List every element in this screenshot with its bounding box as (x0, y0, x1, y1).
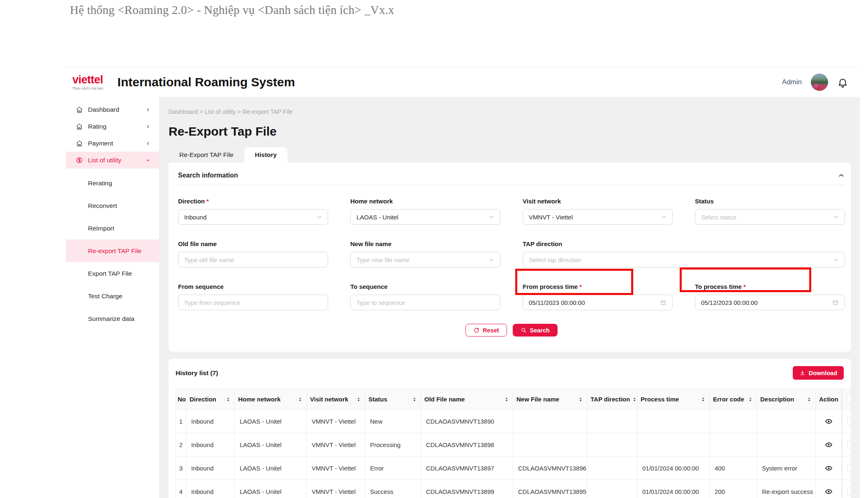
sidebar-item-rerating[interactable]: Rerating (66, 172, 159, 194)
table-row: 3InboundLAOAS - UnitelVMNVT - ViettelErr… (176, 456, 851, 480)
chevron-down-icon (317, 214, 322, 220)
sidebar-item-summarize-data[interactable]: Summarize data (66, 307, 159, 330)
sidebar-item-dashboard[interactable]: Dashboard (66, 101, 159, 118)
sidebar-item-test-charge[interactable]: Test Charge (66, 285, 159, 307)
tap-direction-select[interactable]: Select tap direction (523, 252, 845, 267)
column-header-status[interactable]: Status (365, 389, 421, 410)
from-process-time-input[interactable]: 05/11/2023 00:00:00 (523, 295, 673, 310)
history-panel: History list (7) Download NoDirectionHom… (169, 359, 851, 498)
column-header-description[interactable]: Description (757, 389, 816, 410)
viettel-logo[interactable]: viettel Theo cách của bạn (72, 74, 104, 90)
row-checkbox[interactable] (847, 417, 851, 425)
column-header-process-time[interactable]: Process time (637, 389, 710, 410)
column-label: Visit network (310, 396, 348, 403)
table-row: 2InboundLAOAS - UnitelVMNVT - ViettelPro… (176, 433, 851, 456)
search-heading: Search information (178, 172, 238, 179)
sort-icon[interactable] (412, 397, 417, 402)
old-file-name-input[interactable] (178, 252, 328, 267)
column-header-error-code[interactable]: Error code (710, 389, 757, 410)
column-header-new-file-name[interactable]: New File name (513, 389, 587, 410)
chevron-down-icon (145, 157, 151, 163)
header-checkbox[interactable] (847, 395, 851, 403)
sidebar-item-list-of-utility[interactable]: List of utility (66, 152, 159, 168)
column-header-old-file-name[interactable]: Old File name (421, 389, 513, 410)
cell-description (757, 410, 816, 433)
sidebar-item-re-export-tap-file[interactable]: Re-export TAP File (66, 240, 159, 262)
column-header-checkbox[interactable] (842, 389, 851, 410)
direction-select[interactable]: Inbound (178, 209, 328, 225)
field-tap-direction: TAP direction Select tap direction (523, 240, 845, 267)
calendar-icon[interactable] (660, 299, 667, 306)
sidebar-item-export-tap-file[interactable]: Export TAP File (66, 262, 159, 285)
reset-button[interactable]: Reset (465, 324, 507, 337)
cell-no: 1 (176, 410, 186, 433)
to-process-time-input[interactable]: 05/12/2023 00:00:00 (695, 295, 845, 310)
sidebar-item-reconvert[interactable]: Reconvert (66, 194, 159, 217)
column-label: Old File name (424, 396, 465, 403)
view-details-icon[interactable] (825, 464, 833, 472)
cell-new-file-name (513, 410, 587, 433)
sidebar-item-reimport[interactable]: ReImport (66, 217, 159, 240)
chevron-down-icon (489, 214, 494, 220)
view-details-icon[interactable] (825, 441, 833, 449)
cell-tap-direction (587, 480, 637, 498)
row-checkbox[interactable] (847, 440, 851, 449)
sidebar-item-payment[interactable]: Payment (66, 135, 159, 152)
visit-network-select[interactable]: VMNVT - Viettel (523, 209, 673, 225)
document-title: Hệ thống <Roaming 2.0> - Nghiệp vụ <Danh… (70, 3, 394, 17)
sort-icon[interactable] (225, 397, 231, 402)
cell-error-code: 400 (710, 456, 757, 480)
required-marker: * (579, 283, 582, 290)
history-list-title: History list (7) (176, 369, 218, 377)
field-label: To sequence (350, 283, 388, 290)
cell-action (816, 433, 842, 456)
cell-new-file-name: CDLAOASVMNVT13896 (513, 456, 587, 480)
date-value: 05/11/2023 00:00:00 (529, 299, 660, 306)
cell-visit-network: VMNVT - Viettel (307, 480, 365, 498)
status-select[interactable]: Select status (695, 209, 845, 225)
to-sequence-input[interactable] (350, 295, 500, 310)
column-header-visit-network[interactable]: Visit network (307, 389, 365, 410)
new-file-name-select[interactable]: Type new file name (350, 252, 500, 267)
sort-icon[interactable] (748, 397, 753, 402)
cell-visit-network: VMNVT - Viettel (307, 456, 365, 480)
collapse-panel-icon[interactable] (838, 172, 845, 179)
column-label: New File name (516, 396, 559, 403)
user-avatar[interactable] (811, 74, 828, 91)
field-new-file-name: New file name Type new file name (350, 240, 500, 267)
calendar-icon[interactable] (832, 299, 839, 306)
row-checkbox[interactable] (847, 487, 851, 496)
column-header-home-network[interactable]: Home network (235, 389, 307, 410)
cell-old-file-name: CDLAOASVMNVT13898 (421, 433, 513, 456)
sort-icon[interactable] (297, 397, 303, 402)
sort-icon[interactable] (632, 397, 637, 402)
field-label: Status (695, 198, 714, 205)
main-content: Dashboard > List of utility > Re-export … (159, 97, 860, 498)
sort-icon[interactable] (504, 397, 509, 402)
column-label: Description (760, 396, 794, 403)
cell-home-network: LAOAS - Unitel (235, 433, 307, 456)
sort-icon[interactable] (806, 397, 812, 402)
from-sequence-input[interactable] (178, 295, 328, 310)
search-label: Search (530, 327, 550, 334)
sort-icon[interactable] (356, 397, 361, 402)
column-header-tap-direction[interactable]: TAP direction (587, 389, 637, 410)
sidebar-item-rating[interactable]: Rating (66, 118, 159, 135)
field-from-sequence: From sequence (178, 283, 328, 310)
download-button[interactable]: Download (793, 366, 844, 380)
home-network-select[interactable]: LAOAS - Unitel (350, 209, 500, 225)
sort-icon[interactable] (700, 397, 706, 402)
cell-status: New (365, 410, 421, 433)
tab-history[interactable]: History (244, 147, 287, 163)
search-button[interactable]: Search (513, 324, 558, 337)
breadcrumb[interactable]: Dashboard > List of utility > Re-export … (169, 108, 851, 117)
tab-re-export-tap-file[interactable]: Re-Export TAP File (169, 147, 244, 163)
view-details-icon[interactable] (825, 417, 833, 425)
column-label: Process time (641, 396, 679, 403)
field-label: Visit network (523, 198, 561, 205)
sort-icon[interactable] (578, 397, 583, 402)
column-header-direction[interactable]: Direction (186, 389, 235, 410)
view-details-icon[interactable] (825, 488, 833, 496)
notifications-bell-icon[interactable] (837, 77, 848, 88)
row-checkbox[interactable] (847, 464, 851, 472)
